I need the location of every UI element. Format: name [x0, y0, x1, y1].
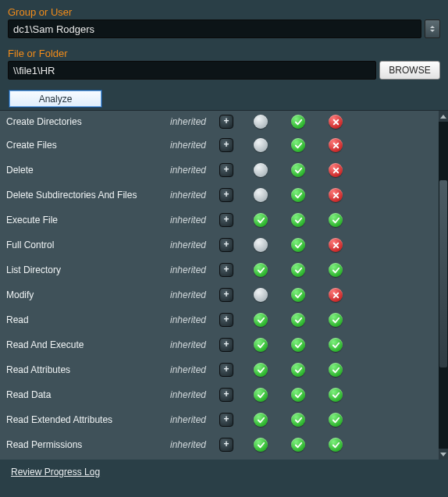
permission-row: Read And Executeinherited+: [0, 332, 439, 357]
chevron-down-icon: [430, 30, 435, 32]
plus-icon: +: [223, 289, 229, 299]
check-icon: [254, 413, 268, 427]
status-col-1: [242, 188, 279, 202]
permission-name: Delete: [6, 165, 161, 176]
permission-row: Full Controlinherited+: [0, 233, 439, 257]
analyze-button[interactable]: Analyze: [9, 91, 101, 107]
cross-icon: [329, 138, 343, 152]
status-col-2: [279, 213, 317, 227]
check-icon: [329, 338, 343, 352]
check-icon: [291, 188, 305, 202]
status-col-2: [279, 388, 317, 402]
browse-button[interactable]: BROWSE: [379, 61, 440, 80]
check-icon: [291, 388, 305, 402]
expand-button[interactable]: +: [219, 363, 233, 377]
status-col-3: [317, 163, 354, 177]
plus-icon: +: [223, 314, 229, 324]
plus-icon: +: [223, 339, 229, 349]
expand-button[interactable]: +: [219, 238, 233, 252]
plus-icon: +: [223, 190, 229, 199]
status-col-1: [242, 413, 279, 427]
status-col-1: [242, 313, 279, 327]
permission-row: Create Directoriesinherited+: [0, 111, 439, 133]
scroll-up-button[interactable]: [439, 111, 448, 122]
status-col-3: [317, 115, 354, 129]
scroll-track[interactable]: [439, 122, 448, 449]
permission-row: Read Attributesinherited+: [0, 357, 439, 382]
expand-button[interactable]: +: [219, 313, 233, 327]
check-icon: [329, 213, 343, 227]
expand-button[interactable]: +: [219, 213, 233, 227]
neutral-icon: [254, 115, 268, 129]
status-col-1: [242, 263, 279, 277]
permission-name: Read Permissions: [6, 439, 161, 450]
neutral-icon: [254, 138, 268, 152]
expand-cell: +: [211, 115, 242, 129]
expand-button[interactable]: +: [219, 338, 233, 352]
check-icon: [291, 163, 305, 177]
status-col-2: [279, 163, 317, 177]
plus-icon: +: [223, 364, 229, 374]
status-col-3: [317, 213, 354, 227]
check-icon: [329, 438, 343, 452]
permission-name: Read Attributes: [6, 364, 161, 375]
neutral-icon: [254, 288, 268, 302]
check-icon: [329, 413, 343, 427]
status-col-1: [242, 363, 279, 377]
plus-icon: +: [223, 140, 229, 149]
status-col-1: [242, 163, 279, 177]
check-icon: [254, 363, 268, 377]
expand-button[interactable]: +: [219, 438, 233, 452]
status-col-2: [279, 263, 317, 277]
top-panel: Group or User File or Folder BROWSE Anal…: [0, 0, 448, 110]
permission-row: Readinherited+: [0, 307, 439, 332]
expand-button[interactable]: +: [219, 138, 233, 152]
scroll-thumb[interactable]: [439, 180, 447, 367]
neutral-icon: [254, 238, 268, 252]
permission-row: Read Datainherited+: [0, 382, 439, 407]
plus-icon: +: [223, 389, 229, 399]
group-user-dropdown-button[interactable]: [425, 20, 440, 38]
permission-name: Read Data: [6, 389, 161, 400]
expand-button[interactable]: +: [219, 263, 233, 277]
footer: Review Progress Log: [0, 460, 448, 483]
plus-icon: +: [223, 264, 229, 274]
expand-button[interactable]: +: [219, 388, 233, 402]
permission-name: List Directory: [6, 264, 161, 275]
permission-name: Read And Execute: [6, 339, 161, 350]
status-col-1: [242, 238, 279, 252]
status-col-1: [242, 438, 279, 452]
file-folder-label: File or Folder: [8, 48, 440, 59]
status-col-2: [279, 188, 317, 202]
expand-button[interactable]: +: [219, 188, 233, 202]
inherited-label: inherited: [161, 339, 211, 350]
inherited-label: inherited: [161, 414, 211, 425]
check-icon: [329, 263, 343, 277]
file-folder-input[interactable]: [8, 61, 376, 80]
file-folder-row: BROWSE: [8, 61, 440, 80]
expand-button[interactable]: +: [219, 413, 233, 427]
status-col-2: [279, 238, 317, 252]
neutral-icon: [254, 188, 268, 202]
check-icon: [254, 388, 268, 402]
status-col-1: [242, 288, 279, 302]
vertical-scrollbar[interactable]: [439, 111, 448, 460]
neutral-icon: [254, 163, 268, 177]
status-col-3: [317, 188, 354, 202]
status-col-1: [242, 138, 279, 152]
check-icon: [291, 363, 305, 377]
check-icon: [291, 138, 305, 152]
permission-name: Create Directories: [6, 116, 161, 127]
permission-name: Full Control: [6, 240, 161, 250]
check-icon: [291, 313, 305, 327]
permission-row: Read Extended Attributesinherited+: [0, 407, 439, 432]
expand-cell: +: [211, 238, 242, 252]
review-progress-log-link[interactable]: Review Progress Log: [11, 467, 100, 477]
expand-button[interactable]: +: [219, 115, 233, 129]
group-user-input[interactable]: [8, 20, 421, 38]
scroll-down-button[interactable]: [439, 449, 448, 460]
expand-cell: +: [211, 388, 242, 402]
expand-button[interactable]: +: [219, 163, 233, 177]
expand-button[interactable]: +: [219, 288, 233, 302]
status-col-3: [317, 438, 354, 452]
